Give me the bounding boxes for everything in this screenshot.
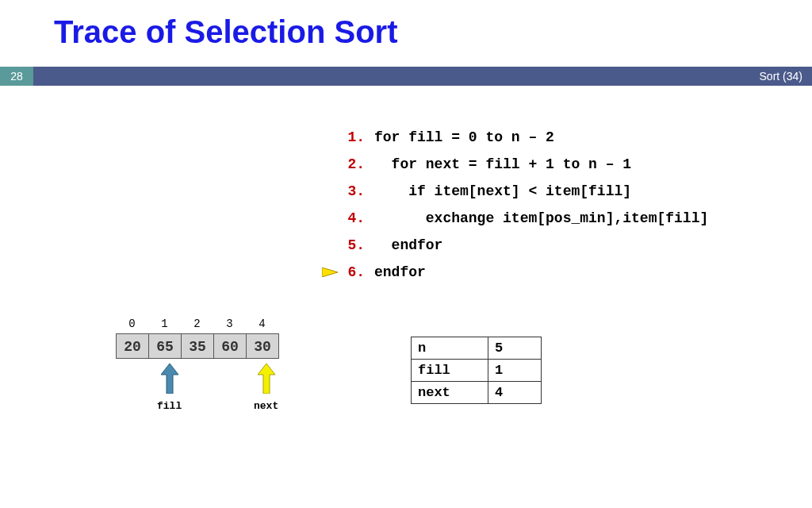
array-cell: 60 xyxy=(213,333,247,359)
code-line-number: 5. xyxy=(343,232,365,259)
array-cell: 30 xyxy=(246,333,279,359)
current-line-marker-icon xyxy=(322,267,338,277)
code-line-number: 4. xyxy=(343,205,365,232)
array-index: 4 xyxy=(246,318,278,330)
array-cell: 20 xyxy=(116,333,149,359)
var-value-cell: 4 xyxy=(488,382,542,404)
arrow-up-icon xyxy=(161,383,178,396)
svg-marker-1 xyxy=(161,364,178,394)
variables-table: n 5 fill 1 next 4 xyxy=(411,337,542,404)
array-index: 0 xyxy=(116,318,148,330)
footer-label: Sort (34) xyxy=(760,67,802,86)
var-value-cell: 5 xyxy=(488,337,542,360)
code-line-text: if item[next] < item[fill] xyxy=(374,178,631,205)
code-line: 2. for next = fill + 1 to n – 1 xyxy=(322,151,708,178)
array-cell: 35 xyxy=(181,333,214,359)
svg-marker-0 xyxy=(322,267,338,277)
pseudocode-block: 1. for fill = 0 to n – 2 2. for next = f… xyxy=(322,124,708,286)
code-line-text: endfor xyxy=(374,232,442,259)
array-visual: 20 65 35 60 30 xyxy=(116,333,279,359)
array-indices: 0 1 2 3 4 xyxy=(116,318,278,330)
slide-number-badge: 28 xyxy=(0,67,33,86)
fill-pointer: fill xyxy=(157,364,182,412)
array-index: 3 xyxy=(213,318,246,330)
array-index: 2 xyxy=(181,318,213,330)
code-line: 5. endfor xyxy=(322,232,708,259)
code-marker-slot xyxy=(322,259,343,286)
slide-title: Trace of Selection Sort xyxy=(54,14,397,50)
var-value-cell: 1 xyxy=(488,360,542,382)
table-row: fill 1 xyxy=(412,360,542,382)
var-name-cell: n xyxy=(412,337,488,360)
var-name-cell: next xyxy=(412,382,488,404)
code-line-number: 3. xyxy=(343,178,365,205)
table-row: next 4 xyxy=(412,382,542,404)
code-line-number: 1. xyxy=(343,124,365,151)
svg-marker-2 xyxy=(258,364,275,394)
header-bar xyxy=(0,67,812,86)
code-line-text: for next = fill + 1 to n – 1 xyxy=(374,151,631,178)
table-row: n 5 xyxy=(412,337,542,360)
code-line: 6. endfor xyxy=(322,259,708,286)
code-line-number: 6. xyxy=(343,259,365,286)
code-line-text: exchange item[pos_min],item[fill] xyxy=(374,205,708,232)
code-line-number: 2. xyxy=(343,151,365,178)
var-name-cell: fill xyxy=(412,360,488,382)
code-line-text: endfor xyxy=(374,259,426,286)
code-line: 1. for fill = 0 to n – 2 xyxy=(322,124,708,151)
array-index: 1 xyxy=(148,318,181,330)
fill-pointer-label: fill xyxy=(157,400,182,412)
code-line-text: for fill = 0 to n – 2 xyxy=(374,124,554,151)
code-line: 3. if item[next] < item[fill] xyxy=(322,178,708,205)
next-pointer: next xyxy=(254,364,278,412)
array-cell: 65 xyxy=(148,333,182,359)
arrow-up-icon xyxy=(258,383,275,396)
next-pointer-label: next xyxy=(254,400,278,412)
code-line: 4. exchange item[pos_min],item[fill] xyxy=(322,205,708,232)
